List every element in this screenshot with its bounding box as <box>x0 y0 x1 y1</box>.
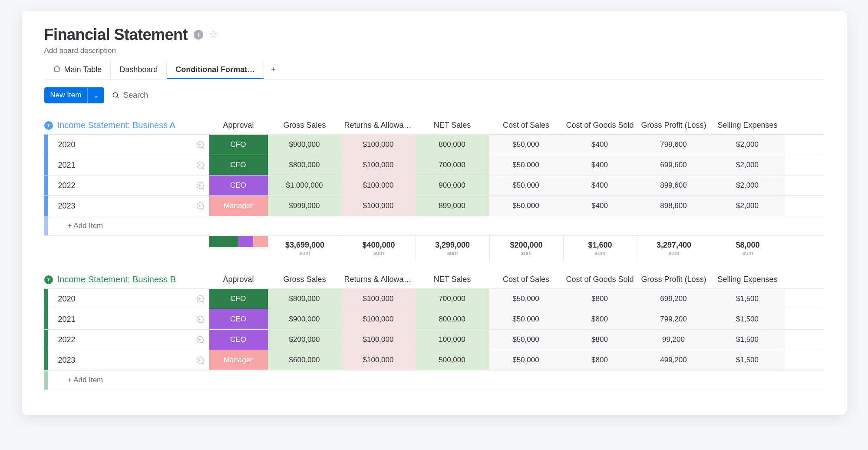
col-returns[interactable]: Returns & Allowan… <box>342 116 416 134</box>
cell-cogs[interactable]: $400 <box>563 175 637 195</box>
table-row[interactable]: 2020 CFO $900,000 $100,000 800,000 $50,0… <box>44 134 824 155</box>
chat-plus-icon[interactable] <box>195 160 205 170</box>
row-year[interactable]: 2022 <box>52 335 195 344</box>
cell-cost-of-sales[interactable]: $50,000 <box>489 289 563 309</box>
cell-cogs[interactable]: $800 <box>563 350 637 370</box>
cell-net-sales[interactable]: 100,000 <box>416 330 489 350</box>
col-net-sales[interactable]: NET Sales <box>416 271 489 288</box>
cell-gross-sales[interactable]: $600,000 <box>268 350 342 370</box>
col-gross-profit[interactable]: Gross Profit (Loss) <box>637 271 711 288</box>
table-row[interactable]: 2022 CEO $200,000 $100,000 100,000 $50,0… <box>44 329 824 350</box>
col-selling-expenses[interactable]: Selling Expenses <box>711 271 785 288</box>
cell-selling-exp[interactable]: $2,000 <box>711 135 785 155</box>
add-item-row[interactable]: + Add Item <box>44 216 824 236</box>
cell-approval[interactable]: CFO <box>209 155 268 175</box>
cell-gross-sales[interactable]: $999,000 <box>268 196 342 216</box>
col-cogs[interactable]: Cost of Goods Sold <box>563 116 637 134</box>
cell-gross-profit[interactable]: 899,600 <box>637 175 711 195</box>
chat-plus-icon[interactable] <box>195 355 205 365</box>
cell-gross-sales[interactable]: $200,000 <box>268 330 342 350</box>
cell-selling-exp[interactable]: $2,000 <box>711 175 785 195</box>
board-description[interactable]: Add board description <box>44 46 824 55</box>
cell-cost-of-sales[interactable]: $50,000 <box>489 330 563 350</box>
cell-selling-exp[interactable]: $1,500 <box>711 350 785 370</box>
row-year[interactable]: 2023 <box>52 202 195 211</box>
table-row[interactable]: 2023 Manager $600,000 $100,000 500,000 $… <box>44 350 824 370</box>
cell-approval[interactable]: CFO <box>209 289 268 309</box>
cell-gross-sales[interactable]: $800,000 <box>268 155 342 175</box>
tab-add-view[interactable]: + <box>264 61 283 79</box>
chat-plus-icon[interactable] <box>195 181 205 190</box>
table-row[interactable]: 2023 Manager $999,000 $100,000 899,000 $… <box>44 195 824 216</box>
group-title-wrap[interactable]: ▾ Income Statement: Business A <box>44 120 209 130</box>
cell-cogs[interactable]: $800 <box>563 330 637 350</box>
cell-returns[interactable]: $100,000 <box>342 135 416 155</box>
chat-plus-icon[interactable] <box>195 140 205 149</box>
col-cost-of-sales[interactable]: Cost of Sales <box>489 271 563 288</box>
cell-approval[interactable]: Manager <box>209 196 268 216</box>
cell-cogs[interactable]: $800 <box>563 309 637 329</box>
col-gross-sales[interactable]: Gross Sales <box>268 271 342 288</box>
cell-gross-profit[interactable]: 699,200 <box>637 289 711 309</box>
cell-net-sales[interactable]: 700,000 <box>416 155 489 175</box>
cell-returns[interactable]: $100,000 <box>342 330 416 350</box>
cell-gross-sales[interactable]: $800,000 <box>268 289 342 309</box>
cell-returns[interactable]: $100,000 <box>342 350 416 370</box>
cell-cost-of-sales[interactable]: $50,000 <box>489 309 563 329</box>
col-gross-profit[interactable]: Gross Profit (Loss) <box>637 116 711 134</box>
col-approval[interactable]: Approval <box>209 116 268 134</box>
cell-approval[interactable]: CEO <box>209 309 268 329</box>
cell-cogs[interactable]: $800 <box>563 289 637 309</box>
col-gross-sales[interactable]: Gross Sales <box>268 116 342 134</box>
cell-net-sales[interactable]: 700,000 <box>416 289 489 309</box>
col-selling-expenses[interactable]: Selling Expenses <box>711 116 785 134</box>
cell-selling-exp[interactable]: $1,500 <box>711 289 785 309</box>
row-year[interactable]: 2021 <box>52 315 195 324</box>
cell-cost-of-sales[interactable]: $50,000 <box>489 196 563 216</box>
collapse-icon[interactable]: ▾ <box>44 121 53 130</box>
add-item-row[interactable]: + Add Item <box>44 370 824 390</box>
cell-gross-profit[interactable]: 699,600 <box>637 155 711 175</box>
cell-approval[interactable]: CEO <box>209 330 268 350</box>
cell-net-sales[interactable]: 800,000 <box>416 309 489 329</box>
chevron-down-icon[interactable]: ⌄ <box>87 87 104 103</box>
cell-selling-exp[interactable]: $1,500 <box>711 309 785 329</box>
cell-returns[interactable]: $100,000 <box>342 309 416 329</box>
cell-net-sales[interactable]: 500,000 <box>416 350 489 370</box>
cell-selling-exp[interactable]: $2,000 <box>711 155 785 175</box>
cell-cogs[interactable]: $400 <box>563 196 637 216</box>
cell-cogs[interactable]: $400 <box>563 135 637 155</box>
row-year[interactable]: 2023 <box>52 356 195 365</box>
table-row[interactable]: 2021 CFO $800,000 $100,000 700,000 $50,0… <box>44 155 824 175</box>
col-net-sales[interactable]: NET Sales <box>416 116 489 134</box>
cell-gross-sales[interactable]: $900,000 <box>268 309 342 329</box>
chat-plus-icon[interactable] <box>195 314 205 324</box>
table-row[interactable]: 2021 CEO $900,000 $100,000 800,000 $50,0… <box>44 309 824 329</box>
cell-gross-profit[interactable]: 898,600 <box>637 196 711 216</box>
row-year[interactable]: 2021 <box>52 161 195 170</box>
cell-net-sales[interactable]: 899,000 <box>416 196 489 216</box>
cell-selling-exp[interactable]: $1,500 <box>711 330 785 350</box>
cell-returns[interactable]: $100,000 <box>342 289 416 309</box>
tab-main-table[interactable]: Main Table <box>44 60 111 79</box>
cell-cogs[interactable]: $400 <box>563 155 637 175</box>
cell-gross-profit[interactable]: 799,200 <box>637 309 711 329</box>
cell-selling-exp[interactable]: $2,000 <box>711 196 785 216</box>
chat-plus-icon[interactable] <box>195 294 205 304</box>
col-cogs[interactable]: Cost of Goods Sold <box>563 271 637 288</box>
cell-approval[interactable]: Manager <box>209 350 268 370</box>
row-year[interactable]: 2020 <box>52 140 195 149</box>
cell-returns[interactable]: $100,000 <box>342 175 416 195</box>
group-title-wrap[interactable]: ▾ Income Statement: Business B <box>44 275 209 285</box>
cell-gross-profit[interactable]: 499,200 <box>637 350 711 370</box>
col-cost-of-sales[interactable]: Cost of Sales <box>489 116 563 134</box>
tab-dashboard[interactable]: Dashboard <box>111 61 167 79</box>
cell-net-sales[interactable]: 800,000 <box>416 135 489 155</box>
chat-plus-icon[interactable] <box>195 335 205 344</box>
cell-cost-of-sales[interactable]: $50,000 <box>489 350 563 370</box>
chat-plus-icon[interactable] <box>195 201 205 211</box>
search-button[interactable]: Search <box>112 91 148 100</box>
tab-conditional-format[interactable]: Conditional Format… <box>167 61 264 79</box>
table-row[interactable]: 2022 CEO $1,000,000 $100,000 900,000 $50… <box>44 175 824 195</box>
cell-gross-profit[interactable]: 799,600 <box>637 135 711 155</box>
